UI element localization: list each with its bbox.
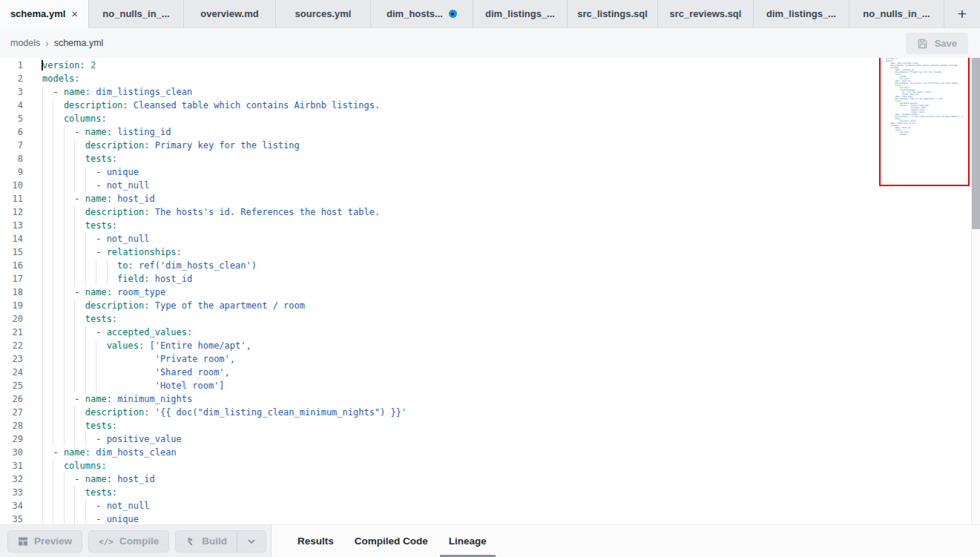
indent-guide	[53, 406, 63, 419]
tab-lineage[interactable]: Lineage	[440, 525, 496, 557]
editor-tab[interactable]: src_reviews.sql	[658, 0, 754, 27]
code-token: 'Shared room',	[155, 367, 230, 378]
code-line[interactable]: 21- accepted_values:	[0, 326, 980, 339]
code-line[interactable]: 11- name: host_id	[0, 192, 980, 205]
code-line[interactable]: 30- name: dim_hosts_clean	[0, 446, 980, 459]
indent-guide	[53, 286, 63, 299]
code-line[interactable]: 35- unique	[0, 512, 980, 524]
code-line[interactable]: 25 'Hotel room']	[0, 379, 980, 392]
tab-compiled-code[interactable]: Compiled Code	[346, 525, 437, 557]
code-token	[149, 407, 154, 418]
indent-guide	[42, 192, 53, 205]
indent-guide	[53, 272, 63, 286]
code-token	[149, 207, 154, 217]
tab-results[interactable]: Results	[289, 525, 343, 557]
code-editor[interactable]: 1version: 22models:3- name: dim_listings…	[0, 58, 980, 524]
code-line[interactable]: 28tests:	[0, 419, 980, 432]
editor-tab[interactable]: overview.md	[184, 0, 276, 27]
line-number: 15	[0, 245, 23, 259]
code-text: tests:	[42, 152, 117, 165]
code-token: version:	[42, 60, 85, 70]
build-button[interactable]: Build	[176, 531, 237, 552]
code-token: not_null	[107, 234, 150, 244]
indent-guide	[85, 232, 96, 245]
code-token	[149, 140, 154, 151]
editor-tab[interactable]: no_nulls_in_...	[849, 0, 944, 27]
breadcrumb-item-models[interactable]: models	[10, 38, 40, 48]
code-line[interactable]: 32- name: host_id	[0, 472, 980, 486]
new-tab-button[interactable]: +	[944, 0, 980, 27]
line-number: 21	[0, 326, 23, 339]
preview-button[interactable]: Preview	[7, 530, 82, 553]
editor-tab[interactable]: dim_hosts...	[371, 0, 473, 27]
indent-guide	[64, 165, 74, 179]
editor-tab[interactable]: schema.yml×	[0, 0, 89, 28]
code-line[interactable]: 17field: host_id	[0, 272, 980, 286]
breadcrumb-item-schema-yml[interactable]: schema.yml	[54, 38, 104, 48]
indent-guide	[64, 205, 74, 219]
code-line[interactable]: 20tests:	[0, 312, 980, 326]
code-token: -	[96, 180, 106, 191]
code-line[interactable]: 24 'Shared room',	[0, 366, 980, 379]
code-line[interactable]: 34- not_null	[0, 499, 980, 512]
code-line[interactable]: 1version: 2	[0, 59, 980, 72]
code-line[interactable]: 2models:	[0, 72, 980, 85]
code-line[interactable]: 16to: ref('dim_hosts_clean')	[0, 259, 980, 272]
indent-guide	[53, 352, 63, 366]
vertical-scrollbar[interactable]	[971, 58, 980, 524]
compile-button[interactable]: </>Compile	[88, 530, 169, 553]
code-line[interactable]: 26- name: minimum_nights	[0, 392, 980, 406]
minimap-line: - unique	[886, 134, 968, 136]
code-line[interactable]: 6- name: listing_id	[0, 125, 980, 139]
scrollbar-thumb[interactable]	[972, 58, 980, 229]
code-line[interactable]: 13tests:	[0, 219, 980, 232]
code-line[interactable]: 3- name: dim_listings_clean	[0, 85, 980, 99]
code-line[interactable]: 19description: Type of the apartment / r…	[0, 299, 980, 312]
editor-tab[interactable]: no_nulls_in_...	[89, 0, 184, 27]
code-line[interactable]: 5columns:	[0, 112, 980, 125]
editor-tab[interactable]: dim_listings_...	[754, 0, 849, 27]
line-number: 26	[0, 392, 23, 406]
indent-guide	[53, 312, 63, 326]
code-token: models:	[42, 73, 80, 84]
minimap-code: version: 2models: - name: dim_listings_c…	[881, 58, 968, 136]
indent-guide	[85, 366, 96, 379]
ide-tab-bar: schema.yml×no_nulls_in_...overview.mdsou…	[0, 0, 980, 28]
code-token: Type of the apartment / room	[155, 300, 305, 311]
code-line[interactable]: 14- not_null	[0, 232, 980, 245]
code-line[interactable]: 22values: ['Entire home/apt',	[0, 339, 980, 352]
code-line[interactable]: 31columns:	[0, 459, 980, 472]
code-line[interactable]: 7description: Primary key for the listin…	[0, 139, 980, 152]
code-line[interactable]: 29- positive_value	[0, 432, 980, 446]
tab-close-icon[interactable]: ×	[71, 8, 78, 19]
line-number: 13	[0, 219, 23, 232]
indent-guide	[96, 272, 106, 286]
editor-tab[interactable]: sources.yml	[276, 0, 371, 27]
build-dropdown-button[interactable]	[237, 531, 266, 552]
indent-guide	[107, 272, 117, 286]
code-token: -	[96, 167, 106, 177]
code-line[interactable]: 33tests:	[0, 486, 980, 499]
code-text: - name: host_id	[42, 472, 155, 486]
code-token: ref('dim_hosts_clean')	[139, 260, 257, 271]
code-text: - positive_value	[42, 432, 182, 446]
editor-tab[interactable]: src_listings.sql	[568, 0, 658, 27]
code-line[interactable]: 10- not_null	[0, 179, 980, 192]
minimap[interactable]: version: 2models: - name: dim_listings_c…	[879, 58, 970, 186]
code-text: - name: listing_id	[42, 125, 171, 139]
code-line[interactable]: 9- unique	[0, 165, 980, 179]
code-line[interactable]: 18- name: room_type	[0, 286, 980, 299]
code-text: - name: host_id	[42, 192, 155, 205]
code-line[interactable]: 15- relationships:	[0, 245, 980, 259]
code-line[interactable]: 27description: '{{ doc("dim_listing_clea…	[0, 406, 980, 419]
indent-guide	[64, 512, 74, 524]
text-cursor	[42, 60, 43, 70]
save-button[interactable]: Save	[906, 33, 968, 54]
indent-guide	[64, 326, 74, 339]
code-line[interactable]: 4description: Cleansed table which conta…	[0, 99, 980, 112]
code-line[interactable]: 23 'Private room',	[0, 352, 980, 366]
indent-guide	[42, 312, 53, 326]
editor-tab[interactable]: dim_listings_...	[473, 0, 568, 27]
code-line[interactable]: 12description: The hosts's id. Reference…	[0, 205, 980, 219]
code-line[interactable]: 8tests:	[0, 152, 980, 165]
